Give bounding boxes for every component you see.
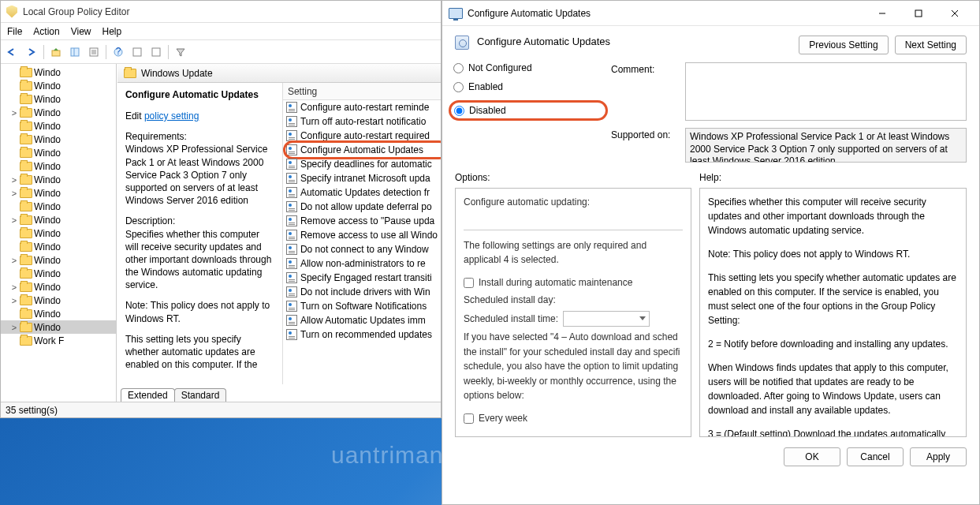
setting-item[interactable]: Remove access to use all Windo bbox=[283, 228, 441, 242]
folder-icon bbox=[20, 175, 32, 185]
gpedit-detail-title: Configure Automatic Updates bbox=[125, 89, 274, 100]
menu-help[interactable]: Help bbox=[102, 26, 122, 37]
tree-item[interactable]: Windo bbox=[1, 133, 116, 146]
tab-extended[interactable]: Extended bbox=[121, 388, 175, 402]
toolbar-show-hide-tree-icon[interactable] bbox=[66, 43, 84, 61]
toolbar-extra2-icon[interactable] bbox=[147, 43, 165, 61]
setting-item[interactable]: Do not connect to any Window bbox=[283, 242, 441, 256]
chk-every-week[interactable] bbox=[464, 413, 474, 424]
chk-install-maint[interactable] bbox=[464, 278, 474, 288]
menu-view[interactable]: View bbox=[71, 26, 91, 37]
tree-item-label: Windo bbox=[34, 121, 61, 132]
gpedit-menubar: File Action View Help bbox=[1, 23, 441, 40]
setting-item[interactable]: Turn on recommended updates bbox=[283, 327, 441, 342]
tree-twisty-icon[interactable]: > bbox=[10, 175, 18, 185]
tree-item[interactable]: Windo bbox=[1, 200, 116, 213]
toolbar-up-icon[interactable] bbox=[47, 43, 65, 61]
tree-twisty-icon[interactable]: > bbox=[10, 256, 18, 265]
setting-item[interactable]: Configure auto-restart reminde bbox=[283, 100, 441, 114]
svg-rect-0 bbox=[52, 50, 60, 56]
tree-twisty-icon[interactable]: > bbox=[10, 282, 18, 292]
tree-item[interactable]: Windo bbox=[1, 267, 116, 280]
setting-item[interactable]: Turn off auto-restart notificatio bbox=[283, 114, 441, 129]
tree-item[interactable]: >Windo bbox=[1, 186, 116, 200]
toolbar-divider bbox=[43, 45, 44, 59]
setting-item[interactable]: Remove access to "Pause upda bbox=[283, 214, 441, 228]
options-box[interactable]: Configure automatic updating: The follow… bbox=[455, 188, 691, 437]
setting-item[interactable]: Do not include drivers with Win bbox=[283, 285, 441, 299]
toolbar-filter-icon[interactable] bbox=[172, 43, 189, 61]
setting-item[interactable]: Specify Engaged restart transiti bbox=[283, 271, 441, 285]
window-maximize-icon[interactable] bbox=[900, 2, 937, 25]
tree-twisty-icon[interactable]: > bbox=[10, 296, 18, 305]
radio-enabled[interactable]: Enabled bbox=[453, 81, 608, 92]
radio-not-configured[interactable]: Not Configured bbox=[453, 62, 608, 73]
help-box[interactable]: Specifies whether this computer will rec… bbox=[699, 188, 967, 437]
setting-item[interactable]: Specify intranet Microsoft upda bbox=[283, 171, 441, 185]
setting-item[interactable]: Allow Automatic Updates imm bbox=[283, 313, 441, 327]
tree-item[interactable]: >Windo bbox=[1, 280, 116, 294]
setting-item[interactable]: Configure auto-restart required bbox=[283, 129, 441, 143]
next-setting-button[interactable]: Next Setting bbox=[895, 36, 967, 54]
tree-twisty-icon[interactable]: > bbox=[10, 108, 18, 118]
setting-item[interactable]: Automatic Updates detection fr bbox=[283, 185, 441, 200]
tree-twisty-icon[interactable]: > bbox=[10, 323, 18, 332]
toolbar-forward-icon[interactable] bbox=[23, 43, 40, 61]
tree-item[interactable]: Windo bbox=[1, 92, 116, 106]
tree-item[interactable]: Windo bbox=[1, 159, 116, 173]
policy-item-icon bbox=[286, 286, 297, 297]
tree-item[interactable]: Work F bbox=[1, 334, 116, 347]
menu-action[interactable]: Action bbox=[33, 26, 59, 37]
folder-icon bbox=[20, 135, 32, 144]
tree-item[interactable]: Windo bbox=[1, 146, 116, 159]
gpedit-titlebar[interactable]: Local Group Policy Editor bbox=[1, 1, 441, 23]
lbl-every-week: Every week bbox=[479, 411, 527, 426]
tree-twisty-icon[interactable]: > bbox=[10, 189, 18, 198]
cancel-button[interactable]: Cancel bbox=[847, 447, 904, 466]
setting-item-label: Specify intranet Microsoft upda bbox=[300, 173, 430, 184]
tree-item[interactable]: Windo bbox=[1, 226, 116, 240]
folder-icon bbox=[20, 81, 32, 91]
tree-item[interactable]: >Windo bbox=[1, 173, 116, 186]
tree-item-label: Windo bbox=[34, 322, 61, 333]
tab-standard[interactable]: Standard bbox=[174, 388, 227, 402]
tree-item[interactable]: >Windo bbox=[1, 213, 116, 226]
tree-item-label: Windo bbox=[34, 148, 61, 159]
tree-item[interactable]: Windo bbox=[1, 119, 116, 133]
tree-item[interactable]: Windo bbox=[1, 65, 116, 79]
tree-item[interactable]: >Windo bbox=[1, 106, 116, 119]
select-sched-time[interactable] bbox=[563, 311, 650, 327]
gpedit-edit-link[interactable]: policy setting bbox=[144, 110, 199, 122]
tree-item[interactable]: Windo bbox=[1, 240, 116, 253]
window-close-icon[interactable] bbox=[937, 2, 973, 25]
gpedit-tabs: Extended Standard bbox=[117, 384, 441, 402]
gpedit-tree[interactable]: WindoWindoWindo>WindoWindoWindoWindoWind… bbox=[1, 64, 117, 402]
radio-disabled[interactable]: Disabled bbox=[454, 105, 506, 116]
setting-item[interactable]: Specify deadlines for automatic bbox=[283, 157, 441, 171]
tree-item[interactable]: >Windo bbox=[1, 294, 116, 307]
toolbar-help-icon[interactable]: ? bbox=[110, 43, 127, 61]
gpedit-list-col-setting[interactable]: Setting bbox=[283, 83, 441, 100]
dialog-titlebar[interactable]: Configure Automatic Updates bbox=[442, 1, 979, 26]
tree-item[interactable]: >Windo bbox=[1, 253, 116, 267]
gpedit-desc-head: Description: bbox=[125, 215, 175, 226]
previous-setting-button[interactable]: Previous Setting bbox=[799, 36, 888, 54]
setting-item[interactable]: Configure Automatic Updates bbox=[283, 143, 441, 157]
menu-file[interactable]: File bbox=[7, 26, 22, 37]
ok-button[interactable]: OK bbox=[784, 447, 840, 466]
gpedit-settings-list[interactable]: Setting Configure auto-restart remindeTu… bbox=[283, 83, 441, 384]
comment-textarea[interactable] bbox=[685, 62, 967, 121]
toolbar-back-icon[interactable] bbox=[4, 43, 21, 61]
setting-item[interactable]: Allow non-administrators to re bbox=[283, 256, 441, 271]
setting-item[interactable]: Do not allow update deferral po bbox=[283, 200, 441, 214]
tree-item[interactable]: Windo bbox=[1, 79, 116, 92]
setting-item[interactable]: Turn on Software Notifications bbox=[283, 299, 441, 313]
tree-item[interactable]: >Windo bbox=[1, 320, 116, 334]
tree-twisty-icon[interactable]: > bbox=[10, 215, 18, 225]
toolbar-properties-icon[interactable] bbox=[85, 43, 102, 61]
gpedit-desc-body: Specifies whether this computer will rec… bbox=[125, 229, 271, 291]
tree-item[interactable]: Windo bbox=[1, 307, 116, 320]
window-minimize-icon[interactable] bbox=[864, 2, 900, 25]
toolbar-extra1-icon[interactable] bbox=[129, 43, 146, 61]
apply-button[interactable]: Apply bbox=[910, 447, 967, 466]
